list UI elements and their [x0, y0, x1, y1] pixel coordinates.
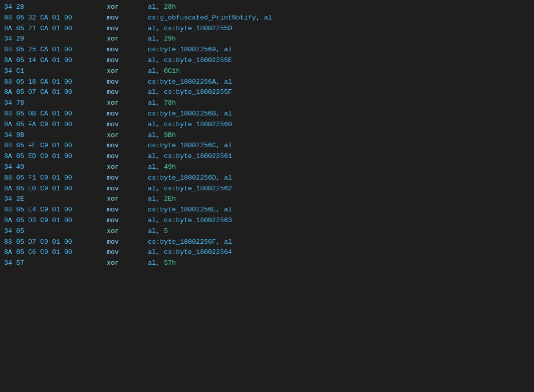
- mnemonic-col: xor: [107, 98, 148, 109]
- operand-col: cs:byte_180022569, al: [148, 45, 530, 55]
- operand-col: al, 29h: [148, 34, 530, 45]
- table-row: 34 28xoral, 28h: [0, 2, 534, 13]
- operand-col: al, 78h: [148, 98, 530, 109]
- bytes-col: 88 05 E4 C9 01 00: [4, 205, 107, 215]
- table-row: 34 78xoral, 78h: [0, 98, 534, 109]
- operand-col: cs:byte_18002256C, al: [148, 141, 530, 151]
- operand-col: al, cs:byte_18002255D: [148, 24, 530, 34]
- operand-col: cs:g_obfuscated_PrintNotify, al: [148, 13, 530, 24]
- bytes-col: 8A 05 E0 C9 01 00: [4, 184, 107, 194]
- table-row: 88 05 18 CA 01 00movcs:byte_18002256A, a…: [0, 77, 534, 88]
- table-row: 34 2Exoral, 2Eh: [0, 194, 534, 205]
- mnemonic-col: mov: [107, 109, 148, 120]
- table-row: 88 05 F1 C9 01 00movcs:byte_18002256D, a…: [0, 173, 534, 184]
- table-row: 34 C1xoral, 0C1h: [0, 66, 534, 77]
- mnemonic-col: mov: [107, 141, 148, 151]
- table-row: 34 29xoral, 29h: [0, 34, 534, 45]
- mnemonic-col: xor: [107, 226, 148, 237]
- table-row: 8A 05 07 CA 01 00moval, cs:byte_18002255…: [0, 87, 534, 98]
- bytes-col: 88 05 18 CA 01 00: [4, 77, 107, 88]
- mnemonic-col: xor: [107, 34, 148, 45]
- operand-col: al, cs:byte_180022561: [148, 151, 530, 162]
- operand-col: al, 49h: [148, 162, 530, 173]
- bytes-col: 88 05 25 CA 01 00: [4, 45, 107, 55]
- operand-col: al, 0C1h: [148, 66, 530, 77]
- mnemonic-col: mov: [107, 205, 148, 215]
- table-row: 8A 05 21 CA 01 00moval, cs:byte_18002255…: [0, 24, 534, 34]
- bytes-col: 8A 05 21 CA 01 00: [4, 24, 107, 34]
- operand-col: cs:byte_18002256E, al: [148, 205, 530, 215]
- disassembly-view[interactable]: 34 28xoral, 28h88 05 32 CA 01 00movcs:g_…: [0, 0, 534, 392]
- operand-col: cs:byte_18002256D, al: [148, 173, 530, 184]
- bytes-col: 8A 05 ED C9 01 00: [4, 151, 107, 162]
- bytes-col: 8A 05 D3 C9 01 00: [4, 215, 107, 226]
- mnemonic-col: mov: [107, 247, 148, 258]
- mnemonic-col: mov: [107, 120, 148, 130]
- operand-col: cs:byte_18002256F, al: [148, 237, 530, 248]
- bytes-col: 34 28: [4, 2, 107, 13]
- mnemonic-col: xor: [107, 130, 148, 141]
- mnemonic-col: mov: [107, 13, 148, 24]
- table-row: 8A 05 ED C9 01 00moval, cs:byte_18002256…: [0, 151, 534, 162]
- mnemonic-col: mov: [107, 151, 148, 162]
- bytes-col: 8A 05 14 CA 01 00: [4, 55, 107, 66]
- table-row: 34 57xoral, 57h: [0, 258, 534, 269]
- bytes-col: 8A 05 FA C9 01 00: [4, 120, 107, 130]
- mnemonic-col: mov: [107, 87, 148, 98]
- mnemonic-col: mov: [107, 45, 148, 55]
- bytes-col: 8A 05 C6 C9 01 00: [4, 247, 107, 258]
- table-row: 8A 05 E0 C9 01 00moval, cs:byte_18002256…: [0, 184, 534, 194]
- operand-col: cs:byte_18002256A, al: [148, 77, 530, 88]
- operand-col: al, cs:byte_180022562: [148, 184, 530, 194]
- operand-col: al, cs:byte_18002255F: [148, 87, 530, 98]
- bytes-col: 34 05: [4, 226, 107, 237]
- bytes-col: 34 2E: [4, 194, 107, 205]
- table-row: 8A 05 FA C9 01 00moval, cs:byte_18002256…: [0, 120, 534, 130]
- table-row: 88 05 25 CA 01 00movcs:byte_180022569, a…: [0, 45, 534, 55]
- mnemonic-col: mov: [107, 77, 148, 88]
- mnemonic-col: mov: [107, 237, 148, 248]
- mnemonic-col: xor: [107, 66, 148, 77]
- bytes-col: 34 9B: [4, 130, 107, 141]
- bytes-col: 34 78: [4, 98, 107, 109]
- bytes-col: 88 05 D7 C9 01 00: [4, 237, 107, 248]
- operand-col: al, 9Bh: [148, 130, 530, 141]
- mnemonic-col: mov: [107, 184, 148, 194]
- bytes-col: 34 57: [4, 258, 107, 269]
- bytes-col: 34 49: [4, 162, 107, 173]
- bytes-col: 88 05 F1 C9 01 00: [4, 173, 107, 184]
- operand-col: al, cs:byte_180022563: [148, 215, 530, 226]
- bytes-col: 8A 05 07 CA 01 00: [4, 87, 107, 98]
- table-row: 8A 05 D3 C9 01 00moval, cs:byte_18002256…: [0, 215, 534, 226]
- bytes-col: 88 05 FE C9 01 00: [4, 141, 107, 151]
- table-row: 34 9Bxoral, 9Bh: [0, 130, 534, 141]
- table-row: 8A 05 14 CA 01 00moval, cs:byte_18002255…: [0, 55, 534, 66]
- table-row: 88 05 E4 C9 01 00movcs:byte_18002256E, a…: [0, 205, 534, 215]
- bytes-col: 34 29: [4, 34, 107, 45]
- operand-col: al, 28h: [148, 2, 530, 13]
- mnemonic-col: xor: [107, 2, 148, 13]
- mnemonic-col: mov: [107, 24, 148, 34]
- operand-col: al, cs:byte_18002255E: [148, 55, 530, 66]
- table-row: 88 05 FE C9 01 00movcs:byte_18002256C, a…: [0, 141, 534, 151]
- table-row: 88 05 32 CA 01 00movcs:g_obfuscated_Prin…: [0, 13, 534, 24]
- operand-col: al, 2Eh: [148, 194, 530, 205]
- mnemonic-col: mov: [107, 215, 148, 226]
- table-row: 8A 05 C6 C9 01 00moval, cs:byte_18002256…: [0, 247, 534, 258]
- operand-col: al, cs:byte_180022564: [148, 247, 530, 258]
- operand-col: al, 57h: [148, 258, 530, 269]
- table-row: 34 05xoral, 5: [0, 226, 534, 237]
- mnemonic-col: mov: [107, 173, 148, 184]
- operand-col: cs:byte_18002256B, al: [148, 109, 530, 120]
- mnemonic-col: xor: [107, 258, 148, 269]
- bytes-col: 88 05 0B CA 01 00: [4, 109, 107, 120]
- bytes-col: 34 C1: [4, 66, 107, 77]
- table-row: 88 05 0B CA 01 00movcs:byte_18002256B, a…: [0, 109, 534, 120]
- mnemonic-col: mov: [107, 55, 148, 66]
- operand-col: al, 5: [148, 226, 530, 237]
- table-row: 34 49xoral, 49h: [0, 162, 534, 173]
- mnemonic-col: xor: [107, 162, 148, 173]
- operand-col: al, cs:byte_180022560: [148, 120, 530, 130]
- bytes-col: 88 05 32 CA 01 00: [4, 13, 107, 24]
- table-row: 88 05 D7 C9 01 00movcs:byte_18002256F, a…: [0, 237, 534, 248]
